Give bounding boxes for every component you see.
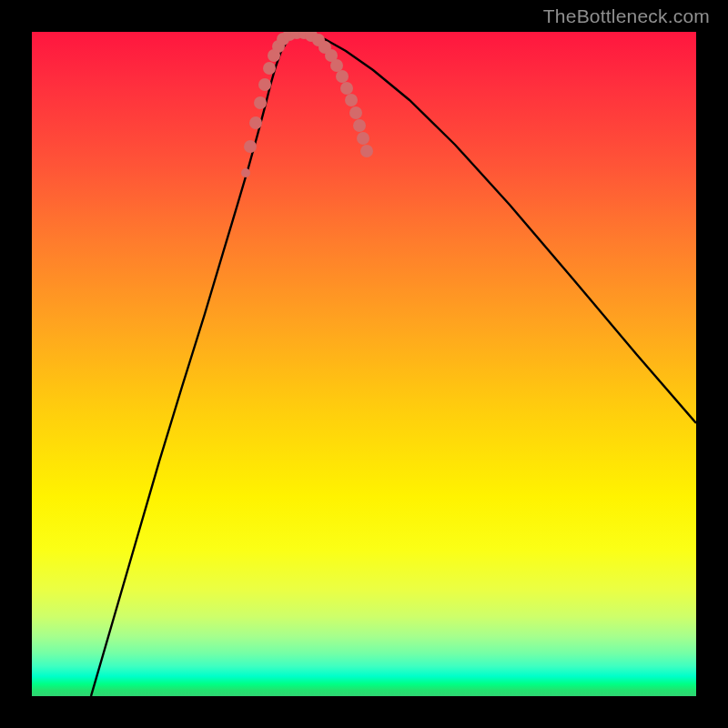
curve-marker — [357, 132, 369, 145]
marker-group — [241, 32, 373, 177]
chart-frame: TheBottleneck.com — [0, 0, 728, 728]
curve-marker — [244, 140, 257, 153]
curve-marker — [360, 145, 373, 157]
watermark-text: TheBottleneck.com — [543, 5, 710, 27]
curve-marker — [330, 59, 343, 72]
bottleneck-curve — [91, 34, 696, 696]
curve-marker — [263, 62, 276, 75]
curve-marker — [345, 94, 358, 106]
curve-marker — [336, 70, 349, 83]
curve-layer — [32, 32, 696, 696]
curve-marker — [241, 168, 250, 177]
curve-marker — [249, 116, 262, 129]
curve-marker — [349, 106, 362, 119]
curve-marker — [254, 96, 267, 109]
curve-marker — [353, 119, 366, 132]
plot-area — [32, 32, 696, 696]
curve-marker — [258, 78, 271, 91]
curve-marker — [340, 82, 353, 95]
